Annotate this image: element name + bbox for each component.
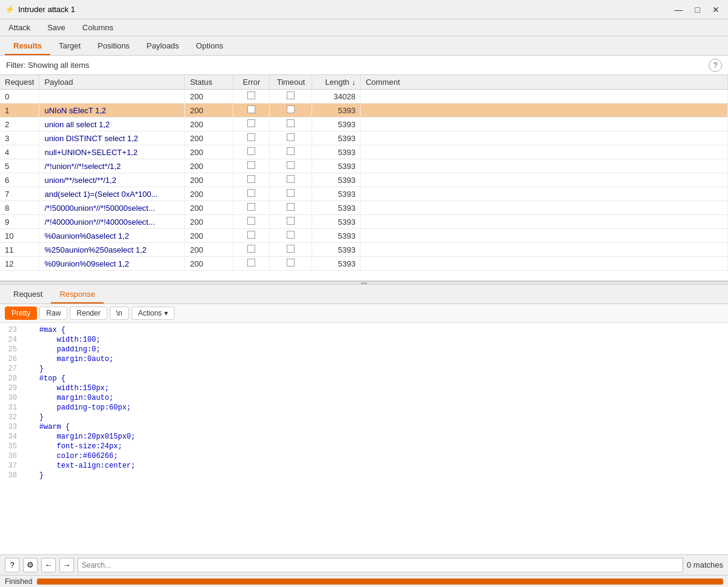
cell-error [233, 104, 270, 118]
cell-error [233, 173, 270, 187]
code-line: 34 margin:20px015px0; [0, 432, 728, 442]
table-row[interactable]: 2 union all select 1,2 200 5393 [0, 118, 728, 131]
error-checkbox[interactable] [247, 259, 255, 267]
timeout-checkbox[interactable] [287, 259, 295, 267]
cell-status: 200 [185, 104, 233, 118]
table-row[interactable]: 9 /*!40000union*//*!40000select... 200 5… [0, 215, 728, 229]
cell-payload: %09union%09select 1,2 [39, 257, 185, 271]
timeout-checkbox[interactable] [287, 245, 295, 253]
error-checkbox[interactable] [247, 175, 255, 183]
help-button[interactable]: ? [5, 558, 19, 572]
table-row[interactable]: 5 /*!union*//*!select*/1,2 200 5393 [0, 159, 728, 173]
error-checkbox[interactable] [247, 203, 255, 211]
view-newline-button[interactable]: \n [110, 307, 129, 320]
view-toolbar: Pretty Raw Render \n Actions ▾ [0, 304, 728, 323]
timeout-checkbox[interactable] [287, 147, 295, 155]
line-content: } [22, 413, 44, 422]
cell-error [233, 145, 270, 159]
error-checkbox[interactable] [247, 189, 255, 197]
table-row[interactable]: 7 and(select 1)=(Select 0xA*100... 200 5… [0, 187, 728, 201]
actions-label: Actions [138, 309, 162, 317]
timeout-checkbox[interactable] [287, 203, 295, 211]
timeout-checkbox[interactable] [287, 231, 295, 239]
tab-options[interactable]: Options [187, 38, 232, 55]
cell-request-id: 1 [0, 104, 39, 118]
timeout-checkbox[interactable] [287, 217, 295, 225]
cell-payload: and(select 1)=(Select 0xA*100... [39, 187, 185, 201]
tab-positions[interactable]: Positions [89, 38, 138, 55]
cell-status: 200 [185, 215, 233, 229]
tab-results[interactable]: Results [5, 38, 50, 55]
col-length[interactable]: Length ↓ [312, 75, 361, 90]
timeout-checkbox[interactable] [287, 175, 295, 183]
col-request[interactable]: Request [0, 75, 39, 90]
maximize-button[interactable]: □ [692, 4, 704, 16]
error-checkbox[interactable] [247, 161, 255, 169]
error-checkbox[interactable] [247, 217, 255, 225]
timeout-checkbox[interactable] [287, 105, 295, 113]
error-checkbox[interactable] [247, 119, 255, 127]
cell-payload: union DISTINCT select 1,2 [39, 131, 185, 145]
col-status[interactable]: Status [185, 75, 233, 90]
error-checkbox[interactable] [247, 231, 255, 239]
menu-columns[interactable]: Columns [79, 22, 117, 33]
filter-help-button[interactable]: ? [709, 59, 722, 72]
table-row[interactable]: 4 null+UNION+SELECT+1,2 200 5393 [0, 145, 728, 159]
table-row[interactable]: 10 %0aunion%0aselect 1,2 200 5393 [0, 229, 728, 243]
back-button[interactable]: ← [41, 558, 56, 572]
error-checkbox[interactable] [247, 245, 255, 253]
cell-error [233, 90, 270, 104]
timeout-checkbox[interactable] [287, 91, 295, 99]
close-button[interactable]: ✕ [709, 4, 723, 16]
cell-timeout [270, 243, 312, 257]
table-row[interactable]: 11 %250aunion%250aselect 1,2 200 5393 [0, 243, 728, 257]
search-input[interactable] [78, 558, 683, 572]
settings-button[interactable]: ⚙ [23, 558, 38, 572]
line-content: margin:0auto; [22, 394, 113, 402]
col-payload[interactable]: Payload [39, 75, 185, 90]
title-bar: ⚡ Intruder attack 1 — □ ✕ [0, 0, 728, 19]
cell-timeout [270, 257, 312, 271]
timeout-checkbox[interactable] [287, 189, 295, 197]
minimize-button[interactable]: — [671, 4, 687, 16]
table-row[interactable]: 0 200 34028 [0, 90, 728, 104]
table-row[interactable]: 12 %09union%09select 1,2 200 5393 [0, 257, 728, 271]
code-line: 24 width:100; [0, 335, 728, 345]
sub-tab-response[interactable]: Response [51, 286, 104, 303]
view-raw-button[interactable]: Raw [39, 307, 67, 320]
cell-payload: /*!50000union*//*!50000select... [39, 201, 185, 215]
error-checkbox[interactable] [247, 147, 255, 155]
cell-comment [361, 159, 728, 173]
cell-payload: %0aunion%0aselect 1,2 [39, 229, 185, 243]
error-checkbox[interactable] [247, 91, 255, 99]
cell-length: 5393 [312, 257, 361, 271]
forward-button[interactable]: → [59, 558, 74, 572]
line-number: 26 [0, 355, 22, 363]
table-row[interactable]: 3 union DISTINCT select 1,2 200 5393 [0, 131, 728, 145]
timeout-checkbox[interactable] [287, 119, 295, 127]
line-content: } [22, 365, 44, 373]
results-table: Request Payload Status Error Timeout Len… [0, 75, 728, 271]
menu-attack[interactable]: Attack [5, 22, 34, 33]
cell-length: 34028 [312, 90, 361, 104]
table-row[interactable]: 8 /*!50000union*//*!50000select... 200 5… [0, 201, 728, 215]
table-row[interactable]: 1 uNIoN sElecT 1,2 200 5393 [0, 104, 728, 118]
error-checkbox[interactable] [247, 133, 255, 141]
timeout-checkbox[interactable] [287, 133, 295, 141]
tab-payloads[interactable]: Payloads [138, 38, 187, 55]
view-render-button[interactable]: Render [70, 307, 107, 320]
status-progress-fill [37, 579, 723, 585]
timeout-checkbox[interactable] [287, 161, 295, 169]
menu-save[interactable]: Save [44, 22, 69, 33]
cell-request-id: 10 [0, 229, 39, 243]
view-pretty-button[interactable]: Pretty [5, 307, 37, 320]
col-comment[interactable]: Comment [361, 75, 728, 90]
tab-target[interactable]: Target [50, 38, 89, 55]
sub-tab-request[interactable]: Request [5, 286, 51, 303]
actions-button[interactable]: Actions ▾ [132, 307, 175, 320]
col-error[interactable]: Error [233, 75, 270, 90]
error-checkbox[interactable] [247, 105, 255, 113]
cell-request-id: 3 [0, 131, 39, 145]
table-row[interactable]: 6 union/**/select/**/1,2 200 5393 [0, 173, 728, 187]
col-timeout[interactable]: Timeout [270, 75, 312, 90]
